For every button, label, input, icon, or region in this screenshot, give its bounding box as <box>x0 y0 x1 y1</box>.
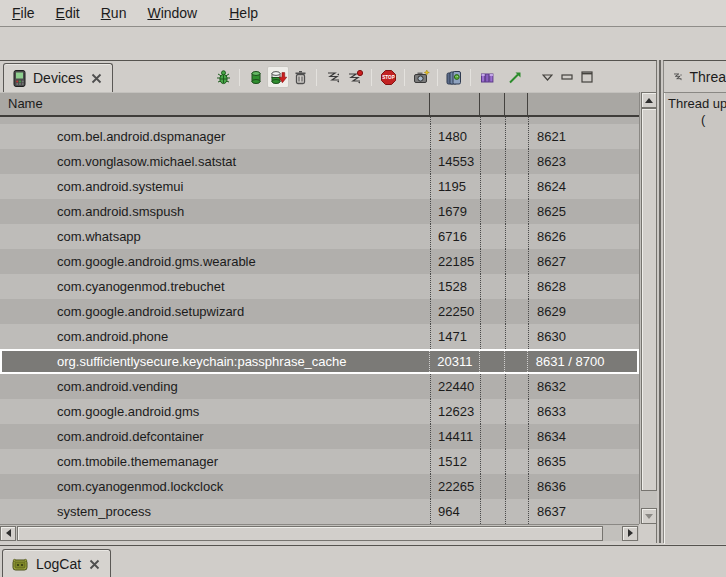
column-header-b[interactable] <box>505 93 528 115</box>
menu-file[interactable]: File <box>3 1 44 25</box>
table-row[interactable]: com.android.smspush 1679 8625 <box>0 199 639 224</box>
process-pid: 1512 <box>430 449 480 474</box>
process-name: com.android.vending <box>0 374 430 399</box>
status-cell <box>479 351 504 372</box>
menu-bar: File Edit Run Window Help <box>0 0 726 27</box>
status-cell <box>505 274 528 299</box>
status-cell <box>505 374 528 399</box>
table-row[interactable]: com.cyanogenmod.lockclock 22265 8636 <box>0 474 639 499</box>
stop-process-icon[interactable]: STOP <box>377 66 399 88</box>
update-threads-icon[interactable] <box>322 66 344 88</box>
menu-window[interactable]: Window <box>138 1 206 25</box>
process-port: 8626 <box>528 224 639 249</box>
table-row[interactable]: com.tmobile.thememanager 1512 8635 <box>0 449 639 474</box>
logcat-icon <box>12 557 29 572</box>
status-cell <box>505 449 528 474</box>
devices-view: Devices <box>0 60 657 543</box>
vertical-scrollbar[interactable] <box>639 92 657 524</box>
table-row[interactable]: com.whatsapp 6716 8626 <box>0 224 639 249</box>
toolbar-separator <box>371 69 372 86</box>
view-window-buttons <box>542 71 593 83</box>
column-header-port[interactable] <box>528 93 639 115</box>
start-tracing-icon[interactable] <box>504 66 526 88</box>
process-port: 8633 <box>528 399 639 424</box>
tab-devices-label: Devices <box>33 70 83 86</box>
status-cell <box>505 299 528 324</box>
status-cell <box>480 149 505 174</box>
maximize-icon[interactable] <box>581 71 593 83</box>
status-cell <box>480 399 505 424</box>
menu-help[interactable]: Help <box>220 1 267 25</box>
status-cell <box>505 474 528 499</box>
process-pid: 22185 <box>430 249 480 274</box>
vertical-scroll-thumb[interactable] <box>641 108 657 491</box>
process-pid: 1195 <box>430 174 480 199</box>
scroll-right-icon[interactable] <box>622 526 638 541</box>
process-name: org.sufficientlysecure.keychain:passphra… <box>2 351 429 372</box>
process-port: 8624 <box>528 174 639 199</box>
table-row[interactable]: com.cyanogenmod.trebuchet 1528 8628 <box>0 274 639 299</box>
threads-message-line1: Thread up <box>668 96 726 111</box>
menu-edit[interactable]: Edit <box>47 1 89 25</box>
status-cell <box>480 249 505 274</box>
column-header-a[interactable] <box>480 93 505 115</box>
process-port: 8636 <box>528 474 639 499</box>
table-row[interactable]: com.android.vending 22440 8632 <box>0 374 639 399</box>
toolbar-separator <box>404 69 405 86</box>
column-header-name[interactable]: Name <box>0 93 430 115</box>
table-row[interactable]: com.google.android.gms 12623 8633 <box>0 399 639 424</box>
minimize-icon[interactable] <box>561 74 573 80</box>
system-info-icon[interactable] <box>476 66 498 88</box>
process-port: 8628 <box>528 274 639 299</box>
table-row-selected[interactable]: org.sufficientlysecure.keychain:passphra… <box>0 349 639 374</box>
multi-device-capture-icon[interactable] <box>443 66 465 88</box>
scroll-left-icon[interactable] <box>0 526 16 541</box>
column-header-pid[interactable] <box>430 93 480 115</box>
debug-process-icon[interactable] <box>212 66 234 88</box>
process-pid: 1480 <box>430 124 480 149</box>
table-header: Name <box>0 92 639 117</box>
view-menu-icon[interactable] <box>542 74 553 81</box>
partial-row[interactable] <box>0 117 639 124</box>
table-row[interactable]: system_process 964 8637 <box>0 499 639 524</box>
status-cell <box>480 224 505 249</box>
process-name: com.bel.android.dspmanager <box>0 124 430 149</box>
threads-icon <box>672 69 683 85</box>
process-port: 8635 <box>528 449 639 474</box>
process-port: 8627 <box>528 249 639 274</box>
screen-capture-icon[interactable] <box>410 66 432 88</box>
threads-tabbar[interactable]: Threa <box>664 61 726 92</box>
scroll-down-icon[interactable] <box>641 508 657 524</box>
toolbar-separator <box>316 69 317 86</box>
horizontal-scrollbar[interactable] <box>0 524 639 541</box>
update-heap-icon[interactable] <box>245 66 267 88</box>
process-name: com.cyanogenmod.lockclock <box>0 474 430 499</box>
table-row[interactable]: com.bel.android.dspmanager 1480 8621 <box>0 124 639 149</box>
dump-hprof-icon[interactable] <box>267 66 289 88</box>
threads-view: Threa Thread up ( <box>663 60 726 543</box>
threads-message-line2: ( <box>701 112 705 127</box>
table-row[interactable]: com.android.phone 1471 8630 <box>0 324 639 349</box>
table-row[interactable]: com.google.android.setupwizard 22250 862… <box>0 299 639 324</box>
table-row[interactable]: com.android.defcontainer 14411 8634 <box>0 424 639 449</box>
close-icon[interactable] <box>90 72 103 85</box>
process-pid: 14553 <box>430 149 480 174</box>
table-row[interactable]: com.android.systemui 1195 8624 <box>0 174 639 199</box>
process-pid: 20311 <box>429 351 479 372</box>
menu-run[interactable]: Run <box>92 1 136 25</box>
table-row[interactable]: com.google.android.gms.wearable 22185 86… <box>0 249 639 274</box>
horizontal-scroll-thumb[interactable] <box>17 526 603 541</box>
threads-content: Thread up ( <box>664 92 726 544</box>
tab-logcat[interactable]: LogCat <box>2 549 111 577</box>
scroll-up-icon[interactable] <box>641 92 657 108</box>
process-name: com.cyanogenmod.trebuchet <box>0 274 430 299</box>
process-name: com.google.android.gms.wearable <box>0 249 430 274</box>
table-row[interactable]: com.vonglasow.michael.satstat 14553 8623 <box>0 149 639 174</box>
close-icon[interactable] <box>88 558 101 571</box>
start-method-profiling-icon[interactable] <box>344 66 366 88</box>
cause-gc-icon[interactable] <box>289 66 311 88</box>
process-name: com.vonglasow.michael.satstat <box>0 149 430 174</box>
process-name: com.android.defcontainer <box>0 424 430 449</box>
tab-devices[interactable]: Devices <box>3 63 113 92</box>
status-cell <box>480 324 505 349</box>
